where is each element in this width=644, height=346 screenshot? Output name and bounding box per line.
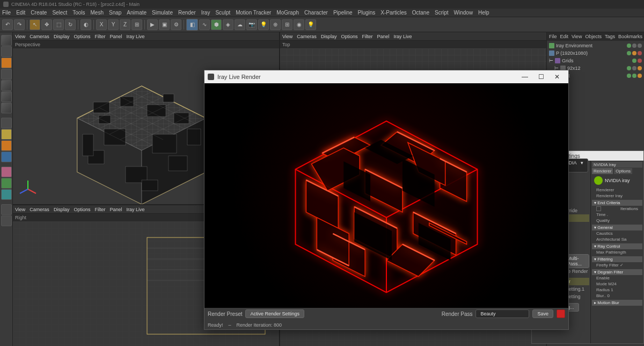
menu-help[interactable]: Help: [478, 10, 489, 16]
menu-select[interactable]: Select: [52, 10, 67, 16]
maximize-button[interactable]: ☐: [533, 71, 549, 82]
group-general[interactable]: ▾ General: [592, 225, 642, 230]
texture-mode-button[interactable]: [1, 57, 12, 68]
object-row[interactable]: Iray Environment: [548, 42, 643, 49]
tool-l8[interactable]: [1, 204, 12, 215]
y-axis-button[interactable]: Y: [108, 19, 119, 30]
world-axis-button[interactable]: ⊞: [131, 19, 142, 30]
panel-tab-objects[interactable]: Objects: [585, 34, 602, 39]
panel-tab-tags[interactable]: Tags: [605, 34, 615, 39]
viewport-menu-tl[interactable]: ViewCamerasDisplayOptionsFilterPanelIray…: [13, 32, 279, 41]
minimize-button[interactable]: —: [517, 71, 533, 82]
tool-5[interactable]: ◐: [80, 19, 91, 30]
menu-file[interactable]: File: [2, 10, 11, 16]
tool-21[interactable]: ⊞: [282, 19, 292, 30]
tool-l3[interactable]: [1, 140, 12, 151]
menu-pipeline[interactable]: Pipeline: [333, 10, 353, 16]
save-render-button[interactable]: Save: [532, 309, 553, 318]
scale-tool[interactable]: ⬚: [53, 19, 64, 30]
settings-right-pane: NVIDIA Iray Renderer Options NVIDIA iray…: [591, 161, 643, 343]
tool-l1[interactable]: [1, 118, 12, 128]
tool-20[interactable]: ⊕: [270, 19, 281, 30]
menu-window[interactable]: Window: [454, 10, 473, 16]
group-end-criteria[interactable]: ▾ End Criteria: [592, 200, 642, 206]
group-filtering[interactable]: ▾ Filtering: [592, 256, 642, 262]
model-mode-button[interactable]: [1, 46, 12, 57]
panel-tab-edit[interactable]: Edit: [560, 34, 569, 39]
object-name: Grids: [562, 58, 574, 63]
tool-22[interactable]: ◉: [294, 19, 304, 30]
group-degrain[interactable]: ▾ Degrain Filter: [592, 269, 642, 275]
panel-tab-view[interactable]: View: [572, 34, 582, 39]
render-window-titlebar[interactable]: Iray Live Render — ☐ ✕: [204, 70, 568, 83]
tool-l6[interactable]: [1, 178, 12, 189]
menu-x-particles[interactable]: X-Particles: [380, 10, 406, 16]
render-button[interactable]: ▶: [147, 19, 158, 30]
menu-iray[interactable]: Iray: [201, 10, 210, 16]
tool-l5[interactable]: [1, 167, 12, 177]
menu-animate[interactable]: Animate: [127, 10, 147, 16]
menu-tools[interactable]: Tools: [72, 10, 85, 16]
cube-primitive-button[interactable]: ◧: [186, 19, 198, 31]
menu-character[interactable]: Character: [304, 10, 328, 16]
menu-motion-tracker[interactable]: Motion Tracker: [236, 10, 271, 16]
window-title-bar: CINEMA 4D R18.041 Studio (RC - R18) - [p…: [0, 0, 644, 9]
tool-l4[interactable]: [1, 152, 12, 162]
select-tool[interactable]: ↖: [30, 19, 40, 30]
panel-tabs[interactable]: FileEditViewObjectsTagsBookmarks: [547, 32, 644, 41]
group-ray-control[interactable]: ▾ Ray Control: [592, 243, 642, 249]
menu-simulate[interactable]: Simulate: [152, 10, 173, 16]
menu-script[interactable]: Script: [435, 10, 449, 16]
render-region-button[interactable]: ▣: [159, 19, 170, 30]
polygon-mode-button[interactable]: [1, 103, 12, 113]
x-axis-button[interactable]: X: [96, 19, 107, 30]
tool-l2[interactable]: [1, 129, 12, 140]
options-tab[interactable]: Options: [614, 168, 632, 174]
panel-tab-file[interactable]: File: [549, 34, 557, 39]
spline-button[interactable]: ∿: [199, 19, 210, 30]
menu-render[interactable]: Render: [178, 10, 196, 16]
viewport-menu-tr[interactable]: ViewCamerasDisplayOptionsFilterPanelIray…: [280, 32, 546, 41]
render-iteration-status: Render Iteration: 800: [237, 322, 282, 328]
tool-23[interactable]: 💡: [305, 19, 316, 30]
menu-snap[interactable]: Snap: [109, 10, 121, 16]
stop-render-button[interactable]: [557, 309, 565, 318]
close-button[interactable]: ✕: [549, 71, 565, 82]
nvidia-eye-icon: [594, 176, 603, 185]
generator-button[interactable]: ⬢: [211, 19, 222, 30]
menu-plugins[interactable]: Plugins: [358, 10, 376, 16]
edge-mode-button[interactable]: [1, 91, 12, 102]
undo-button[interactable]: ↶: [2, 19, 13, 30]
menu-octane[interactable]: Octane: [412, 10, 429, 16]
object-row[interactable]: P (1920x1080): [548, 49, 643, 57]
panel-tab-bookmarks[interactable]: Bookmarks: [618, 34, 642, 39]
rotate-tool[interactable]: ↻: [65, 19, 76, 30]
menu-mograph[interactable]: MoGraph: [276, 10, 299, 16]
environment-button[interactable]: ☁: [235, 19, 245, 30]
make-editable-button[interactable]: [1, 35, 12, 46]
object-row[interactable]: ⊢ Grids: [548, 57, 643, 64]
rendered-image: [204, 83, 568, 308]
move-tool[interactable]: ✥: [41, 19, 52, 30]
z-axis-button[interactable]: Z: [120, 19, 130, 30]
redo-button[interactable]: ↷: [14, 19, 25, 30]
render-settings-button[interactable]: ⚙: [171, 19, 181, 30]
menu-sculpt[interactable]: Sculpt: [215, 10, 230, 16]
workplane-button[interactable]: [1, 69, 12, 80]
main-toolbar: ↶ ↷ ↖ ✥ ⬚ ↻ ◐ X Y Z ⊞ ▶ ▣ ⚙ ◧ ∿ ⬢ ◈ ☁ 📷 …: [0, 17, 644, 32]
menu-edit[interactable]: Edit: [16, 10, 25, 16]
svg-rect-11: [169, 156, 187, 171]
nvidia-iray-tab[interactable]: NVIDIA Iray: [592, 162, 642, 168]
menu-create[interactable]: Create: [31, 10, 47, 16]
point-mode-button[interactable]: [1, 80, 12, 91]
deformer-button[interactable]: ◈: [223, 19, 233, 30]
tool-l7[interactable]: [1, 189, 12, 200]
render-pass-select[interactable]: Beauty: [475, 309, 529, 318]
tool-l9[interactable]: [1, 215, 12, 226]
light-button[interactable]: 💡: [258, 19, 269, 30]
group-motion-blur[interactable]: ▸ Motion Blur: [592, 300, 642, 306]
camera-button[interactable]: 📷: [246, 19, 257, 30]
render-preset-button[interactable]: Active Render Settings: [245, 309, 304, 318]
renderer-tab[interactable]: Renderer: [592, 168, 613, 174]
menu-mesh[interactable]: Mesh: [91, 10, 104, 16]
